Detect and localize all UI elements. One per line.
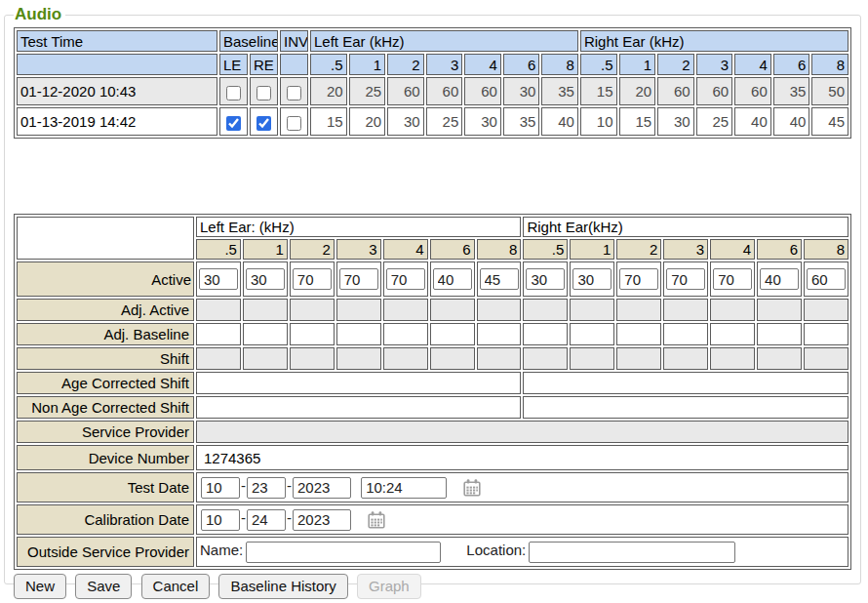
active-input[interactable]: [572, 268, 612, 290]
threshold-cell: 25: [426, 107, 463, 136]
history-row: 01-13-2019 14:42 15 20 30 25 30 35 40 10…: [17, 107, 848, 136]
active-input[interactable]: [480, 268, 519, 290]
freq-header-cell: 2: [290, 239, 335, 260]
date-separator: -: [287, 509, 292, 526]
active-input[interactable]: [339, 268, 378, 290]
freq-header-cell: 6: [430, 239, 475, 260]
threshold-cell: 30: [387, 107, 424, 136]
age-corrected-left-cell: [196, 372, 521, 394]
threshold-cell: 60: [426, 77, 463, 105]
baseline-le-checkbox[interactable]: [226, 116, 241, 131]
baseline-le-checkbox[interactable]: [226, 86, 241, 100]
test-date-day-input[interactable]: [247, 477, 286, 499]
freq-header-cell: 4: [464, 54, 501, 75]
calibration-day-input[interactable]: [247, 509, 286, 531]
le-header: LE: [219, 54, 248, 75]
test-date-month-input[interactable]: [201, 477, 240, 499]
active-input[interactable]: [199, 268, 238, 290]
active-input[interactable]: [293, 268, 332, 290]
service-provider-cell: [196, 421, 848, 443]
age-corrected-right-cell: [523, 372, 848, 394]
freq-header-cell: 6: [503, 54, 540, 75]
audio-fieldset: Audio Test Time Baseline INV Left Ear (k…: [4, 5, 861, 584]
active-input[interactable]: [433, 268, 472, 290]
test-time-input[interactable]: [361, 477, 447, 499]
active-input[interactable]: [246, 268, 285, 290]
freq-header-cell: .5: [580, 54, 617, 75]
re-header: RE: [250, 54, 278, 75]
threshold-cell: 40: [541, 107, 578, 136]
graph-button: Graph: [357, 574, 421, 599]
inv-checkbox[interactable]: [287, 116, 301, 131]
calibration-date-row: Calibration Date --: [17, 504, 848, 535]
spacer: [14, 139, 852, 214]
threshold-cell: 60: [464, 77, 501, 105]
threshold-cell: 30: [657, 107, 694, 136]
baseline-le-cell: [219, 107, 248, 136]
date-separator: -: [287, 477, 292, 494]
test-time-cell: 01-12-2020 10:43: [17, 77, 217, 105]
detail-header-row: Left Ear: (kHz) Right Ear(kHz): [17, 217, 848, 237]
calibration-month-input[interactable]: [201, 509, 240, 531]
freq-header-cell: .5: [523, 239, 568, 260]
active-input[interactable]: [713, 268, 752, 290]
calendar-icon[interactable]: [367, 510, 386, 530]
active-input[interactable]: [760, 268, 799, 290]
baseline-header: Baseline: [219, 30, 278, 52]
baseline-le-cell: [219, 77, 248, 105]
baseline-history-button[interactable]: Baseline History: [218, 574, 347, 599]
freq-header-cell: 4: [734, 54, 771, 75]
calibration-year-input[interactable]: [293, 509, 351, 531]
freq-header-cell: 8: [541, 54, 578, 75]
threshold-cell: 40: [734, 107, 771, 136]
device-number-label: Device Number: [17, 445, 194, 470]
audiogram-history-table: Test Time Baseline INV Left Ear (kHz) Ri…: [14, 27, 851, 139]
outside-service-provider-label: Outside Service Provider: [17, 537, 194, 567]
baseline-re-cell: [250, 77, 278, 105]
non-age-corrected-shift-label: Non Age Corrected Shift: [17, 396, 194, 419]
empty-cell: [17, 54, 217, 75]
new-button[interactable]: New: [14, 574, 66, 599]
threshold-cell: 40: [773, 107, 810, 136]
test-time-header: Test Time: [17, 30, 217, 52]
audio-legend: Audio: [14, 5, 65, 24]
test-date-year-input[interactable]: [293, 477, 351, 499]
active-input[interactable]: [619, 268, 658, 290]
inv-checkbox[interactable]: [287, 86, 301, 100]
cancel-button[interactable]: Cancel: [141, 574, 211, 599]
non-age-corrected-right-cell: [523, 396, 848, 419]
baseline-re-checkbox[interactable]: [256, 116, 271, 131]
outside-name-input[interactable]: [246, 542, 441, 563]
right-ear-header: Right Ear(kHz): [523, 217, 848, 237]
outside-service-provider-row: Outside Service Provider Name: Location:: [17, 537, 848, 567]
freq-header-cell: 2: [657, 54, 694, 75]
location-label: Location:: [466, 542, 526, 558]
service-provider-row: Service Provider: [17, 421, 848, 443]
save-button[interactable]: Save: [75, 574, 132, 599]
calendar-icon[interactable]: [462, 478, 482, 498]
device-number-value: 1274365: [196, 445, 848, 470]
active-input[interactable]: [526, 268, 565, 290]
threshold-cell: 30: [503, 77, 540, 105]
threshold-cell: 30: [464, 107, 501, 136]
freq-header-cell: 6: [773, 54, 810, 75]
adj-baseline-label: Adj. Baseline: [17, 323, 194, 345]
test-date-label: Test Date: [17, 472, 194, 502]
threshold-cell: 15: [619, 107, 656, 136]
baseline-re-checkbox[interactable]: [256, 86, 271, 100]
threshold-cell: 25: [349, 77, 386, 105]
active-input[interactable]: [666, 268, 705, 290]
left-ear-header: Left Ear: (kHz): [196, 217, 521, 237]
active-input[interactable]: [386, 268, 425, 290]
active-input[interactable]: [807, 268, 846, 290]
adj-active-row: Adj. Active: [17, 299, 848, 321]
freq-header-cell: 6: [757, 239, 802, 260]
freq-header-cell: .5: [310, 54, 347, 75]
threshold-cell: 35: [541, 77, 578, 105]
freq-header-cell: 2: [616, 239, 661, 260]
service-provider-label: Service Provider: [17, 421, 194, 443]
outside-location-input[interactable]: [529, 542, 735, 563]
threshold-cell: 50: [811, 77, 848, 105]
threshold-cell: 20: [619, 77, 656, 105]
history-subheader-row: LE RE .5 1 2 3 4 6 8 .5 1 2 3 4 6 8: [17, 54, 848, 75]
